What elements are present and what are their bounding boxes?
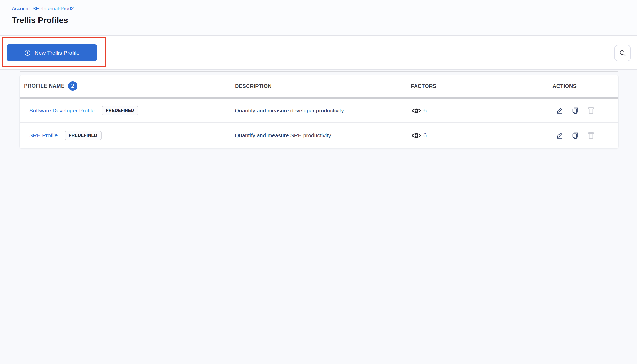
duplicate-pages-icon xyxy=(571,131,579,140)
delete-profile-button[interactable] xyxy=(586,105,596,116)
pencil-icon xyxy=(556,131,563,140)
page-content: PROFILE NAME 2 DESCRIPTION FACTORS ACTIO… xyxy=(0,70,637,364)
predefined-badge: PREDEFINED xyxy=(102,106,138,115)
clone-profile-button[interactable] xyxy=(571,130,580,141)
column-header-actions: ACTIONS xyxy=(552,83,577,89)
table-row: SRE Profile PREDEFINED Quantify and meas… xyxy=(20,123,618,148)
table-header-row: PROFILE NAME 2 DESCRIPTION FACTORS ACTIO… xyxy=(20,75,618,97)
table-row: Software Developer Profile PREDEFINED Qu… xyxy=(20,99,618,123)
page-header: Account: SEI-Internal-Prod2 Trellis Prof… xyxy=(0,0,637,36)
trash-icon xyxy=(587,131,595,140)
predefined-badge: PREDEFINED xyxy=(65,131,102,140)
profile-count-badge: 2 xyxy=(68,81,77,91)
profile-description: Quantify and measure developer productiv… xyxy=(235,107,344,114)
profile-name-link[interactable]: SRE Profile xyxy=(29,132,58,139)
profile-name-link[interactable]: Software Developer Profile xyxy=(29,107,95,114)
search-button[interactable] xyxy=(614,45,631,61)
page-title: Trellis Profiles xyxy=(12,16,68,25)
edit-profile-button[interactable] xyxy=(555,105,564,116)
duplicate-pages-icon xyxy=(571,106,579,115)
clone-profile-button[interactable] xyxy=(571,105,580,116)
profiles-table-card: PROFILE NAME 2 DESCRIPTION FACTORS ACTIO… xyxy=(20,75,618,148)
profile-name-header-label: PROFILE NAME xyxy=(24,83,65,89)
factors-count: 6 xyxy=(423,132,427,139)
view-factors-button[interactable]: 6 xyxy=(412,107,427,114)
pencil-icon xyxy=(556,106,563,115)
header-divider xyxy=(20,97,618,99)
horizontal-scrollbar[interactable] xyxy=(20,71,618,72)
eye-icon xyxy=(412,132,421,139)
new-trellis-profile-button[interactable]: New Trellis Profile xyxy=(7,44,97,61)
view-factors-button[interactable]: 6 xyxy=(412,132,427,139)
column-header-description: DESCRIPTION xyxy=(235,83,272,89)
magnifier-icon xyxy=(619,49,626,57)
circled-plus-icon xyxy=(24,49,31,56)
account-breadcrumb-link[interactable]: Account: SEI-Internal-Prod2 xyxy=(12,6,74,12)
profile-description: Quantify and measure SRE productivity xyxy=(235,132,331,139)
column-header-profile-name: PROFILE NAME 2 xyxy=(24,81,77,91)
factors-count: 6 xyxy=(423,107,427,114)
column-header-factors: FACTORS xyxy=(411,83,436,89)
toolbar: New Trellis Profile xyxy=(0,36,637,70)
trash-icon xyxy=(587,106,595,115)
delete-profile-button[interactable] xyxy=(586,130,596,141)
eye-icon xyxy=(412,107,421,114)
new-trellis-profile-button-label: New Trellis Profile xyxy=(35,50,80,56)
edit-profile-button[interactable] xyxy=(555,130,564,141)
